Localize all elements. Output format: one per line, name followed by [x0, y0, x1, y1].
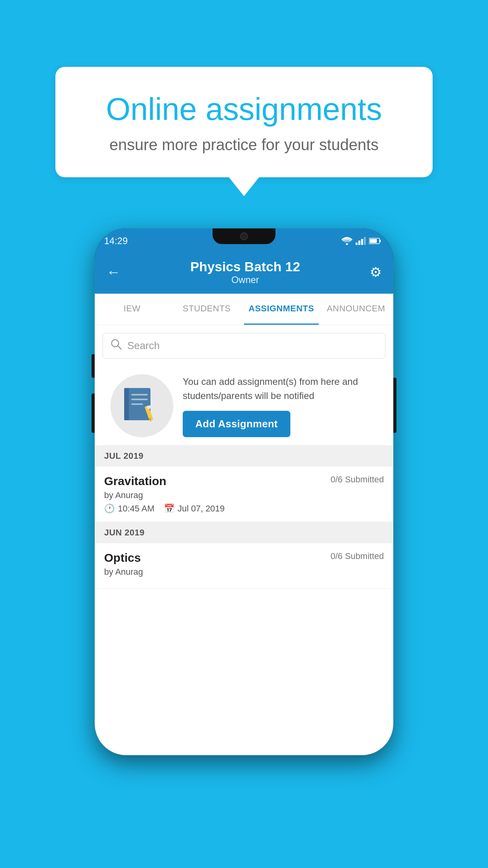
- assignment-time: 10:45 AM: [118, 504, 154, 514]
- wifi-icon: [341, 237, 352, 245]
- assignment-optics-by: by Anurag: [104, 567, 384, 577]
- speech-bubble-card: Online assignments ensure more practice …: [55, 67, 433, 177]
- assignment-date-meta: 📅 Jul 07, 2019: [164, 504, 225, 514]
- phone-side-btn-volume-up: [92, 354, 95, 378]
- svg-rect-13: [131, 399, 148, 400]
- app-header: ← Physics Batch 12 Owner ⚙: [95, 250, 393, 294]
- settings-button[interactable]: ⚙: [370, 264, 382, 280]
- empty-state-icon-circle: [110, 374, 173, 437]
- header-title-block: Physics Batch 12 Owner: [190, 259, 300, 285]
- tabs-bar: IEW STUDENTS ASSIGNMENTS ANNOUNCEM: [95, 294, 393, 325]
- svg-line-9: [118, 346, 121, 349]
- assignment-optics-name: Optics: [104, 551, 141, 565]
- status-icons: [341, 237, 382, 245]
- add-assignment-button[interactable]: Add Assignment: [183, 411, 290, 437]
- svg-rect-11: [124, 388, 129, 420]
- speech-bubble-subtitle: ensure more practice for your students: [87, 136, 401, 154]
- svg-rect-14: [131, 403, 143, 405]
- assignment-row-title: Gravitation 0/6 Submitted: [104, 474, 384, 488]
- svg-rect-1: [356, 243, 358, 245]
- svg-rect-2: [358, 241, 360, 245]
- screen-content: Search: [95, 325, 393, 755]
- phone-frame: 14:29: [95, 228, 393, 755]
- back-button[interactable]: ←: [106, 264, 121, 280]
- assignment-optics-row-title: Optics 0/6 Submitted: [104, 551, 384, 565]
- camera-dot: [240, 232, 248, 240]
- svg-rect-6: [380, 240, 381, 242]
- status-time: 14:29: [104, 235, 128, 246]
- phone-notch: [213, 228, 275, 244]
- assignment-submitted: 0/6 Submitted: [330, 474, 384, 485]
- tab-announcements[interactable]: ANNOUNCEM: [319, 294, 393, 325]
- signal-icon: [356, 237, 366, 245]
- speech-bubble-title: Online assignments: [87, 90, 401, 128]
- assignment-by: by Anurag: [104, 490, 384, 500]
- batch-owner-label: Owner: [190, 274, 300, 285]
- empty-description: You can add assignment(s) from here and …: [183, 375, 378, 403]
- tab-assignments[interactable]: ASSIGNMENTS: [244, 294, 319, 325]
- assignment-time-meta: 🕐 10:45 AM: [104, 504, 154, 514]
- assignment-item-gravitation[interactable]: Gravitation 0/6 Submitted by Anurag 🕐 10…: [95, 467, 393, 522]
- search-bar[interactable]: Search: [103, 333, 385, 359]
- svg-rect-4: [364, 237, 366, 245]
- svg-rect-7: [370, 239, 377, 243]
- empty-text-block: You can add assignment(s) from here and …: [183, 375, 378, 437]
- search-placeholder-text: Search: [127, 340, 160, 352]
- assignment-meta: 🕐 10:45 AM 📅 Jul 07, 2019: [104, 504, 384, 514]
- svg-rect-3: [361, 239, 363, 245]
- assignment-optics-submitted: 0/6 Submitted: [330, 551, 384, 561]
- assignment-name: Gravitation: [104, 474, 166, 488]
- phone-side-btn-power: [393, 378, 396, 433]
- clock-icon: 🕐: [104, 504, 115, 514]
- notebook-icon: [124, 386, 160, 425]
- tab-iew[interactable]: IEW: [95, 294, 169, 325]
- svg-point-0: [346, 243, 348, 245]
- battery-icon: [369, 237, 382, 245]
- search-icon: [111, 339, 122, 353]
- assignment-date: Jul 07, 2019: [178, 504, 225, 514]
- phone-side-btn-volume-down: [92, 394, 95, 433]
- calendar-icon: 📅: [164, 504, 174, 514]
- section-header-jul2019: JUL 2019: [95, 445, 393, 467]
- empty-state-card: You can add assignment(s) from here and …: [103, 366, 385, 445]
- batch-title: Physics Batch 12: [190, 259, 300, 274]
- assignment-item-optics[interactable]: Optics 0/6 Submitted by Anurag: [95, 543, 393, 588]
- phone-device: 14:29: [95, 228, 393, 755]
- svg-rect-12: [131, 394, 148, 395]
- section-header-jun2019: JUN 2019: [95, 522, 393, 543]
- tab-students[interactable]: STUDENTS: [169, 294, 244, 325]
